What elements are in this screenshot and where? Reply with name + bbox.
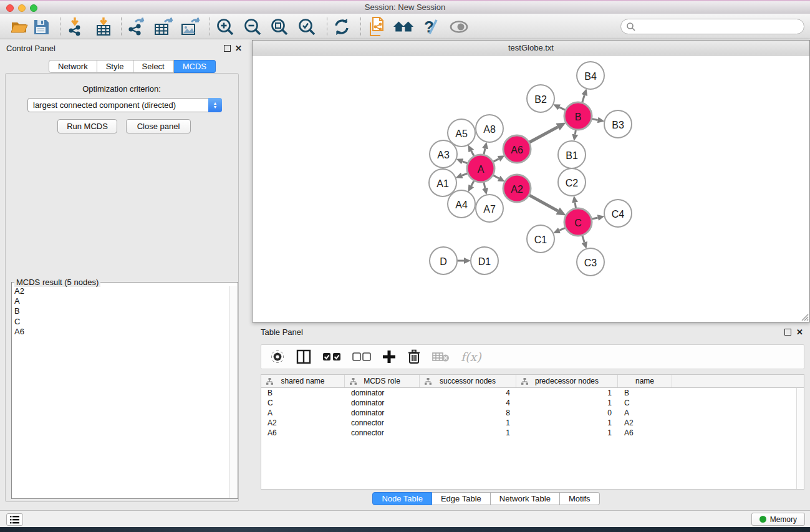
mcds-result-item[interactable]: A6 [12,327,229,337]
table-cell: A2 [261,418,345,428]
home-networks-button[interactable] [393,16,414,37]
zoom-fit-button[interactable] [269,16,290,37]
delete-column-trash-icon[interactable] [407,349,421,364]
table-cell: dominator [345,398,420,408]
graph-edge-A-A8[interactable] [484,148,485,155]
zoom-out-button[interactable] [242,16,263,37]
table-row[interactable]: Cdominator41C [261,398,804,408]
run-mcds-button[interactable]: Run MCDS [57,119,117,133]
column-header-predecessor-nodes[interactable]: predecessor nodes [516,375,618,387]
memory-button[interactable]: Memory [751,513,805,526]
search-input[interactable] [636,21,804,33]
graph-edge-B-B4[interactable] [582,95,584,103]
tab-edge-table[interactable]: Edge Table [432,492,491,505]
unselect-all-columns-icon[interactable] [352,352,371,361]
table-cell: 1 [516,388,618,398]
zoom-in-button[interactable] [215,16,236,37]
save-session-button[interactable] [31,16,52,37]
mcds-result-item[interactable]: C [12,317,229,327]
open-session-button[interactable] [8,16,29,37]
criterion-dropdown[interactable]: largest connected component (directed) [27,98,222,112]
graph-edge-B-B3[interactable] [592,118,598,120]
table-row[interactable]: A2connector11A2 [261,418,804,428]
import-table-button[interactable] [93,16,114,37]
import-table-icon [94,17,113,37]
table-row[interactable]: A6connector11A6 [261,428,804,438]
graph-edge-C-C4[interactable] [591,218,597,219]
tab-node-table[interactable]: Node Table [372,492,432,505]
duplicate-network-button[interactable] [367,16,388,37]
mcds-result-item[interactable]: B [12,306,229,316]
table-cell: dominator [345,388,420,398]
mcds-result-list[interactable]: A2ABCA6 [12,286,229,498]
graph-edge-A-A7[interactable] [484,181,485,188]
import-network-button[interactable] [65,16,87,37]
tab-mcds[interactable]: MCDS [174,60,216,73]
titlebar: Session: New Session [0,0,810,14]
export-table-button[interactable] [153,16,174,37]
mcds-result-item[interactable]: A [12,296,229,306]
close-panel-button[interactable]: Close panel [126,119,191,133]
graph-edge-C-C1[interactable] [559,228,566,230]
network-minimize-button[interactable] [273,44,280,51]
help-annotate-button[interactable]: ? [420,16,441,37]
minimize-window-button[interactable] [18,4,26,12]
graph-edge-B-B2[interactable] [559,107,566,110]
table-scrollbar[interactable] [796,388,804,489]
table-cell: A [261,408,345,418]
status-bar: Memory [0,510,810,527]
close-window-button[interactable] [6,4,14,12]
memory-status-dot [759,516,766,523]
table-row[interactable]: Bdominator41B [261,388,804,398]
task-history-button[interactable] [6,513,23,526]
tab-select[interactable]: Select [133,60,174,73]
mcds-list-scrollbar[interactable] [229,286,237,498]
show-hide-button[interactable] [448,16,470,37]
graph-edge-A-A1[interactable] [462,173,468,176]
node-table-body: Bdominator41BCdominator41CAdominator80AA… [261,388,804,438]
graph-edge-C-C3[interactable] [582,235,585,243]
select-all-columns-icon[interactable] [322,352,341,361]
control-panel-close-button[interactable]: ✕ [235,45,242,52]
control-panel-float-button[interactable] [224,45,231,52]
tab-style[interactable]: Style [97,60,133,73]
column-header-name[interactable]: name [618,375,672,387]
zoom-selected-button[interactable] [296,16,317,37]
table-settings-gear-icon[interactable] [270,349,285,364]
zoom-selected-icon [297,17,316,36]
mcds-result-item[interactable]: A2 [12,286,229,296]
network-window-titlebar[interactable]: testGlobe.txt [253,41,809,56]
save-floppy-icon [32,18,50,36]
table-cell: 1 [516,418,618,428]
network-zoom-button[interactable] [285,44,292,51]
graph-node-label-A7: A7 [483,204,496,215]
search-field[interactable] [620,19,804,34]
network-close-button[interactable] [261,44,268,51]
refresh-view-button[interactable] [331,16,352,37]
dropdown-spinner-icon[interactable]: ▲ ▼ [208,98,222,112]
add-column-icon[interactable] [382,350,396,364]
graph-edge-A2-C[interactable] [529,195,557,211]
column-header-shared-name[interactable]: shared name [261,375,345,387]
graph-edge-A-A6[interactable] [493,159,498,162]
window-resize-grip[interactable] [800,312,809,321]
memory-label: Memory [770,515,797,524]
export-image-button[interactable] [180,16,201,37]
table-cell: 1 [420,428,516,438]
column-chooser-icon[interactable] [296,349,311,364]
zoom-window-button[interactable] [30,4,37,12]
export-network-button[interactable] [126,16,147,37]
table-panel-float-button[interactable] [784,329,791,336]
graph-edge-A-A2[interactable] [493,175,499,178]
tab-motifs[interactable]: Motifs [560,492,600,505]
network-graph-canvas[interactable]: B4B2BB3A8A5A6A3B1AA1C2A2A4A7C4CC1C3DD1 [253,56,809,322]
tab-network[interactable]: Network [49,60,97,73]
column-header-filler [672,375,804,387]
tab-network-table[interactable]: Network Table [491,492,560,505]
table-panel-close-button[interactable]: ✕ [796,329,803,336]
table-cell: 1 [516,428,618,438]
column-header-successor-nodes[interactable]: successor nodes [420,375,516,387]
graph-edge-A6-B[interactable] [529,127,557,143]
column-header-MCDS-role[interactable]: MCDS role [345,375,420,387]
table-row[interactable]: Adominator80A [261,408,804,418]
